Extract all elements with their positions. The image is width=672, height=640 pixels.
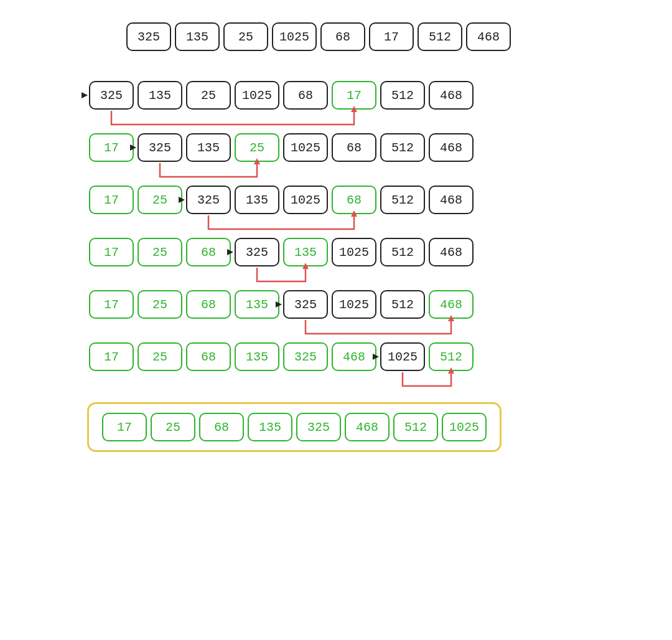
- array-cell: 1025: [272, 22, 317, 51]
- array-cell: 468: [429, 290, 474, 319]
- array-cell: 17: [102, 413, 147, 441]
- array-cell: 68: [186, 342, 231, 371]
- array-cell: 17: [89, 238, 134, 266]
- array-cell: 25: [138, 290, 182, 319]
- array-cell: 17: [369, 22, 414, 51]
- final-array-row: 1725681353254685121025: [0, 396, 672, 458]
- array-cell: 25: [151, 413, 195, 441]
- step-1: 1732513525102568512468: [0, 133, 672, 181]
- array-cell: 1025: [235, 81, 279, 110]
- array-cell: 68: [320, 22, 365, 51]
- array-cell: 325: [126, 22, 171, 51]
- array-cell: 17: [332, 81, 376, 110]
- array-cell: 512: [418, 22, 462, 51]
- array-cell: 25: [235, 133, 279, 162]
- array-cell: 17: [89, 133, 134, 162]
- array-cell: 68: [332, 186, 376, 214]
- array-cell: 512: [380, 290, 425, 319]
- array-cell: 17: [89, 290, 134, 319]
- array-cell: 468: [429, 238, 474, 266]
- array-cell: 512: [380, 81, 425, 110]
- step-5: 1725681353254681025512: [0, 342, 672, 390]
- array-cell: 25: [138, 342, 182, 371]
- array-cell: 325: [283, 342, 328, 371]
- array-cell: 512: [393, 413, 438, 441]
- array-cell: 68: [332, 133, 376, 162]
- array-cell: 135: [138, 81, 182, 110]
- array-cell: 68: [283, 81, 328, 110]
- original-array: 3251352510256817512468: [124, 22, 513, 51]
- step-2: 1725325135102568512468: [0, 186, 672, 233]
- array-cell: 135: [186, 133, 231, 162]
- array-cell: 1025: [332, 290, 376, 319]
- array-cell: 135: [283, 238, 328, 266]
- array-cell: 135: [235, 186, 279, 214]
- array-cell: 1025: [442, 413, 487, 441]
- array-cell: 468: [429, 186, 474, 214]
- array-cell: 468: [429, 81, 474, 110]
- array-cell: 325: [296, 413, 341, 441]
- final-array: 1725681353254685121025: [87, 402, 502, 452]
- array-cell: 25: [223, 22, 268, 51]
- array-cell: 25: [138, 238, 182, 266]
- array-cell: 68: [199, 413, 244, 441]
- array-cell: 325: [235, 238, 279, 266]
- step-3: 1725683251351025512468: [0, 238, 672, 285]
- array-cell: 512: [380, 238, 425, 266]
- array-cell: 17: [89, 186, 134, 214]
- array-cell: 135: [248, 413, 292, 441]
- array-cell: 1025: [283, 133, 328, 162]
- array-cell: 68: [186, 238, 231, 266]
- page-title: [0, 0, 672, 11]
- array-cell: 512: [380, 186, 425, 214]
- step-4: 1725681353251025512468: [0, 290, 672, 337]
- array-cell: 25: [138, 186, 182, 214]
- array-cell: 325: [138, 133, 182, 162]
- array-cell: 512: [429, 342, 474, 371]
- array-cell: 468: [429, 133, 474, 162]
- step-0: 3251352510256817512468: [0, 81, 672, 128]
- array-cell: 135: [235, 342, 279, 371]
- array-cell: 325: [283, 290, 328, 319]
- array-cell: 1025: [332, 238, 376, 266]
- array-cell: 68: [186, 290, 231, 319]
- array-cell: 468: [345, 413, 390, 441]
- array-cell: 325: [89, 81, 134, 110]
- array-cell: 135: [235, 290, 279, 319]
- array-cell: 468: [332, 342, 376, 371]
- array-cell: 325: [186, 186, 231, 214]
- original-array-row: 3251352510256817512468: [0, 11, 672, 62]
- array-cell: 512: [380, 133, 425, 162]
- array-cell: 135: [175, 22, 220, 51]
- array-cell: 25: [186, 81, 231, 110]
- array-cell: 468: [466, 22, 511, 51]
- array-cell: 17: [89, 342, 134, 371]
- array-cell: 1025: [380, 342, 425, 371]
- array-cell: 1025: [283, 186, 328, 214]
